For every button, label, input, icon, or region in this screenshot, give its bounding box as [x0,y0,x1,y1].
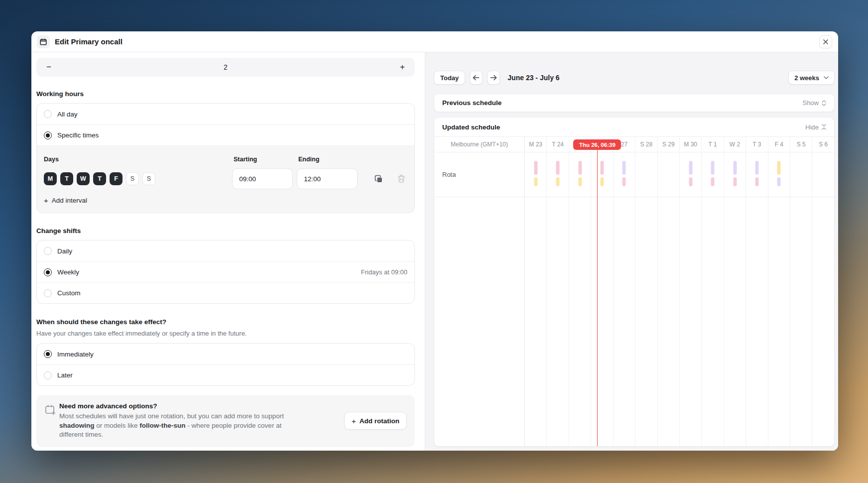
updated-schedule-card: Updated schedule Hide Melbourne (GMT+10)… [434,117,835,447]
close-button[interactable] [819,35,832,48]
fold-icon [822,124,826,130]
rota-cell-8 [702,152,724,197]
weekday-toggle-6[interactable]: S [142,172,155,185]
arrow-right-icon [490,75,497,81]
add-interval-button[interactable]: + Add interval [44,197,87,204]
option-label: Daily [57,247,72,255]
timeline-date-header: Melbourne (GMT+10)M 23T 2427S 28S 29M 30… [434,137,834,152]
add-rotation-label: Add rotation [360,417,399,425]
radio-icon[interactable] [44,289,52,297]
radio-icon[interactable] [44,247,52,255]
radio-icon[interactable] [44,268,52,276]
add-rotation-button[interactable]: + Add rotation [344,412,407,430]
shift-pill-purple [755,161,758,175]
shift-pill-stack [689,161,692,186]
weekday-toggle-0[interactable]: M [44,172,57,185]
advanced-options-body: Most schedules will have just one rotati… [59,412,293,440]
starting-time-input[interactable] [232,168,293,189]
delete-interval-button[interactable] [395,173,407,185]
grid-cell-10 [746,197,768,446]
plus-icon: + [44,197,48,204]
today-button[interactable]: Today [434,71,465,85]
zoom-select[interactable]: 2 weeks [788,71,835,85]
option-label: Specific times [57,131,99,139]
working-hours-options: All daySpecific times Days Starting Endi… [36,103,415,213]
emphasized-text: follow-the-sun [139,422,185,429]
current-time-line [597,150,598,446]
date-cell-5: S 28 [635,137,657,152]
trash-icon [397,174,406,183]
change-shifts-options: DailyWeeklyFridays at 09:00Custom [36,240,415,304]
change-shifts-label: Change shifts [36,227,415,235]
effect-option-immediately[interactable]: Immediately [37,344,414,364]
radio-icon[interactable] [44,371,52,379]
date-cell-9: W 2 [724,137,746,152]
rota-cell-1 [547,152,569,197]
change-shifts-option-daily[interactable]: Daily [37,241,414,261]
stepper-increment-button[interactable]: + [397,62,408,73]
show-previous-schedule-toggle[interactable]: Show [802,99,826,107]
duplicate-interval-button[interactable] [372,173,384,185]
date-cell-8: T 1 [702,137,724,152]
effect-description: Have your changes take effect immediatel… [36,330,415,337]
shift-pill-stack [534,161,537,186]
rota-cell-0 [525,152,547,197]
weekday-toggle-3[interactable]: T [93,172,106,185]
shift-pill-pink [689,177,692,186]
radio-icon[interactable] [44,131,52,139]
rota-cell-9 [724,152,746,197]
calendar-icon [37,35,50,48]
date-cell-12: S 5 [790,137,812,152]
working-hours-option-specific-times[interactable]: Specific times [37,124,414,145]
grid-cell-5 [635,197,657,446]
unfold-icon [822,100,826,106]
shift-pill-stack [622,161,626,186]
stepper-value: 2 [54,63,397,71]
shift-pill-stack [711,161,715,186]
date-cell-13: S 6 [812,137,834,152]
previous-schedule-card: Previous schedule Show [434,94,835,112]
shift-pill-pink [755,177,758,186]
rota-cell-3 [591,152,613,197]
shift-pill-pink [711,177,715,186]
body-text: Most schedules will have just one rotati… [59,412,284,420]
shift-pill-stack [755,161,758,186]
shift-pill-stack [600,161,604,186]
current-time-badge: Thu 26, 06:39 [573,139,621,150]
grid-cell-12 [790,197,812,446]
hide-updated-schedule-toggle[interactable]: Hide [805,123,826,131]
rota-cell-4 [614,152,635,197]
effect-options: ImmediatelyLater [36,343,415,386]
ending-time-input[interactable] [297,168,358,189]
rota-cell-6 [658,152,680,197]
change-shifts-option-custom[interactable]: Custom [37,282,414,303]
rota-row-label: Rota [434,152,525,197]
date-cell-7: M 30 [680,137,702,152]
rota-cell-12 [790,152,812,197]
working-hours-label: Working hours [36,90,415,98]
shift-pill-purple [689,161,692,175]
date-range-label: June 23 - July 6 [507,74,559,82]
effect-label: When should these changes take effect? [36,318,415,326]
modal-title: Edit Primary oncall [55,37,123,46]
calendar-toolbar: Today June 23 - July 6 2 weeks [434,71,835,85]
rota-cell-13 [812,152,834,197]
updated-schedule-title: Updated schedule [442,123,500,131]
shift-pill-stack [556,161,560,186]
stepper-decrement-button[interactable]: − [43,62,54,73]
radio-icon[interactable] [44,110,52,118]
radio-icon[interactable] [44,350,52,358]
weekday-toggle-5[interactable]: S [126,172,139,185]
prev-period-button[interactable] [470,71,483,85]
weekday-toggle-1[interactable]: T [60,172,73,185]
grid-cell-13 [812,197,834,446]
next-period-button[interactable] [487,71,500,85]
change-shifts-option-weekly[interactable]: WeeklyFridays at 09:00 [37,261,414,282]
grid-cell-7 [680,197,702,446]
shift-pill-stack [733,161,737,186]
working-hours-option-all-day[interactable]: All day [37,104,414,124]
desktop-background: { "modal": { "title": "Edit Primary onca… [0,0,868,483]
weekday-toggle-4[interactable]: F [110,172,123,185]
effect-option-later[interactable]: Later [37,364,414,385]
weekday-toggle-2[interactable]: W [77,172,90,185]
